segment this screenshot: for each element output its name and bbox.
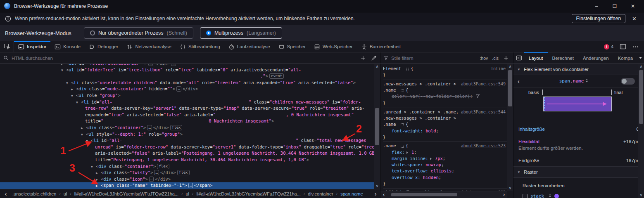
pseudo-class-toggle[interactable]: :hov (478, 56, 490, 61)
scroll-down-icon[interactable]: ∨ (507, 186, 513, 191)
sidebar-tab-änderungen[interactable]: Änderungen (578, 52, 613, 64)
scrollbar-thumb[interactable] (508, 70, 512, 106)
rule-selector[interactable]: .new-messages > .container > (383, 115, 507, 121)
breadcrumb-item[interactable]: li#all-aW1hcDovL3JhbGYuemlsaWFuJTQwZ21ha… (74, 191, 179, 196)
close-notification-icon[interactable]: ✕ (632, 16, 637, 22)
tab-barrierefreiheit[interactable]: Barrierefreiheit (357, 41, 405, 52)
css-declaration[interactable]: white-space: nowrap; (383, 162, 507, 168)
collapsed-content-badge[interactable]: … (171, 64, 176, 66)
grid-item-label[interactable]: stack (530, 193, 544, 198)
markup-line[interactable]: ▶<div class="twisty">…</div>flex (0, 170, 374, 176)
flex-item-selector[interactable]: span.name (527, 78, 621, 84)
css-declaration[interactable]: flex: 1; (383, 149, 507, 156)
eyedropper-icon[interactable] (368, 52, 379, 64)
markup-line[interactable]: ▼<ul role="group"> (0, 92, 374, 99)
markup-line[interactable]: ▶<div class="icon">…</div> (0, 176, 374, 183)
flex-badge[interactable]: flex (177, 170, 190, 175)
split-console-icon[interactable] (618, 41, 628, 52)
css-declaration[interactable]: margin-inline: 7px; (383, 156, 507, 162)
mode-option-multiprocess[interactable]: Multiprozess(Langsamer) (200, 27, 282, 39)
layout-scrollbar[interactable]: ∧ ∨ (638, 64, 644, 198)
markup-line[interactable]: expanded="true" aria-selected="false" ar… (0, 112, 374, 118)
twisty-icon[interactable]: ▶ (96, 177, 101, 183)
markup-line[interactable]: .">event (0, 73, 374, 80)
open-settings-button[interactable]: Einstellungen öffnen (572, 14, 626, 23)
scroll-up-icon[interactable]: ∧ (507, 64, 513, 69)
markup-line[interactable]: ▶<div class="mode-container" hidden="">…… (0, 86, 374, 92)
markup-scrollbar[interactable]: ∧ ∨ (374, 64, 380, 189)
meatball-menu-icon[interactable] (630, 41, 641, 52)
markup-line[interactable]: ▼<ul id="folderTree" is="tree-listbox" r… (0, 67, 374, 73)
twisty-icon[interactable]: ▶ (96, 183, 101, 189)
twisty-icon[interactable]: ▼ (61, 67, 66, 73)
tab-web-speicher[interactable]: Web-Speicher (310, 41, 357, 52)
markup-line[interactable]: ▶<div class="container">…</div>flex (0, 125, 374, 131)
rule-selector[interactable]: .name { (383, 121, 507, 127)
collapsed-content-badge[interactable]: … (188, 183, 193, 188)
scroll-down-icon[interactable]: ∨ (638, 193, 644, 198)
add-rule-button[interactable] (501, 55, 511, 61)
markup-line[interactable]: ▶<div id="folderPaneHeaderBar" >…</div>… (0, 64, 374, 67)
markup-line[interactable]: tree-row" data-server-key="server1" data… (0, 105, 374, 112)
rule-selector[interactable]: Element {Inline (383, 66, 507, 72)
markup-line[interactable]: title="0 Nachrichten insgesamt"> (0, 118, 374, 125)
markup-line[interactable]: ▼<ul style="--depth: 1;" role="group"> (0, 131, 374, 138)
rule-selector[interactable]: .name {about3Pane.css:523 (383, 143, 507, 149)
markup-line[interactable]: ▼<li id="all-" class="total new-messages (0, 137, 374, 144)
flex-badge[interactable]: flex (170, 125, 183, 130)
collapsed-content-badge[interactable]: … (147, 125, 152, 130)
scroll-up-icon[interactable]: ∧ (638, 64, 644, 69)
twisty-icon[interactable]: ▶ (81, 125, 86, 131)
scrollbar-thumb[interactable] (391, 193, 457, 196)
scroll-up-icon[interactable]: ∧ (374, 64, 380, 69)
class-toggle[interactable]: .cls (490, 56, 501, 61)
breadcrumb-item[interactable]: ul (63, 191, 68, 196)
selector-highlighter-icon[interactable] (401, 89, 404, 92)
style-filter-input[interactable] (391, 56, 478, 61)
sidebar-toggle-icon[interactable] (513, 52, 524, 64)
twisty-icon[interactable]: ▶ (96, 170, 101, 176)
grid-checkbox[interactable] (523, 194, 528, 198)
selector-highlighter-icon[interactable] (401, 145, 404, 148)
markup-line[interactable]: ▼<li id="all-" class="children new-messa… (0, 99, 374, 106)
breadcrumb-item[interactable]: div.container (307, 191, 334, 196)
breadcrumb-back-button[interactable]: ‹ (0, 191, 12, 197)
tab-debugger[interactable]: Debugger (85, 41, 123, 52)
twisty-icon[interactable]: ▼ (81, 132, 86, 138)
selector-highlighter-icon[interactable] (406, 68, 409, 71)
stylesheet-link[interactable]: about3Pane.css:544 (461, 109, 506, 115)
tab-speicher[interactable]: Speicher (274, 41, 310, 52)
sidebar-tab-kompa[interactable]: Kompa (613, 52, 635, 64)
collapsed-content-badge[interactable]: … (148, 64, 153, 66)
flex-section-header[interactable]: ▼ Flex-Element von div.container (513, 64, 644, 75)
tab-netzwerkanalyse[interactable]: Netzwerkanalyse (122, 41, 176, 52)
flex-badge[interactable]: flex (157, 164, 169, 169)
stylesheet-link[interactable]: about3Pane.css:523 (461, 143, 506, 149)
scrollbar-thumb[interactable] (639, 70, 643, 124)
collapsed-content-badge[interactable]: … (176, 86, 181, 92)
grid-section-header[interactable]: ▼ Raster (513, 167, 644, 178)
scroll-right-icon[interactable]: › (501, 191, 507, 198)
css-declaration[interactable]: overflow-x: hidden; (383, 174, 507, 181)
twisty-icon[interactable]: ▼ (71, 93, 76, 99)
markup-line[interactable]: ▶<span class="name" tabindex="-1">…</spa… (0, 182, 374, 189)
markup-line[interactable]: title="Posteingang, 1 ungelesene Nachric… (0, 157, 374, 163)
twisty-icon[interactable]: ▶ (71, 86, 76, 92)
breadcrumb-item[interactable]: span.name (340, 191, 364, 196)
selector-highlighter-icon[interactable] (401, 123, 404, 126)
markup-line[interactable]: aria-selected="false" aria-label="Postei… (0, 150, 374, 157)
breadcrumb-item[interactable]: li#all-aW1hcDovL3JhbGYuemlsaWFuJTQwZ21ha… (195, 191, 301, 196)
stylesheet-link[interactable]: about3Pane.css:549 (461, 81, 506, 87)
markup-line[interactable]: ▼<li class="unselectable children" data-… (0, 80, 374, 86)
css-declaration[interactable]: text-overflow: ellipsis; (383, 168, 507, 174)
twisty-icon[interactable]: ▼ (66, 80, 71, 86)
close-button[interactable]: ✕ (630, 3, 636, 9)
twisty-icon[interactable]: ▼ (86, 138, 91, 144)
breadcrumb-forward-button[interactable]: › (371, 191, 380, 197)
error-count-badge[interactable]: ! 4 (604, 44, 613, 50)
rule-selector[interactable]: .new-messages > .container >about3Pane.c… (383, 81, 507, 87)
expander-icon[interactable] (430, 158, 432, 160)
breadcrumb-item[interactable]: .unselectable.children (12, 191, 57, 196)
scroll-left-icon[interactable]: ‹ (380, 191, 387, 198)
tab-stilbearbeitung[interactable]: Stilbearbeitung (176, 41, 224, 52)
